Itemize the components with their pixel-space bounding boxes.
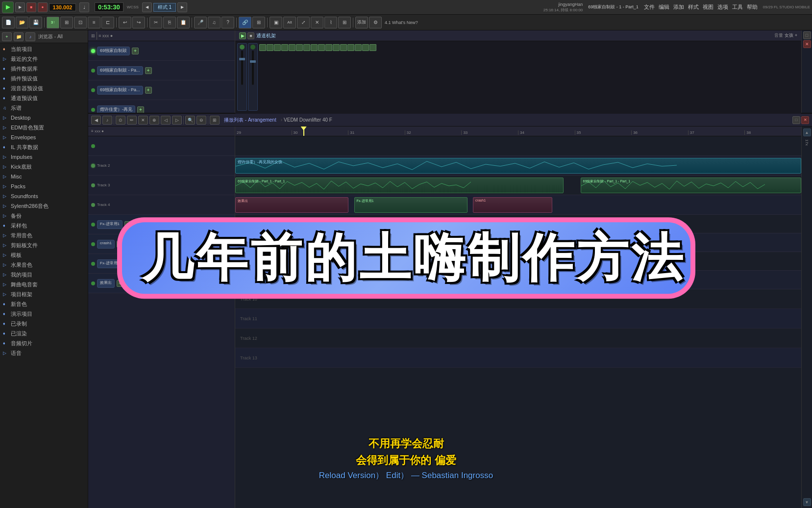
sidebar-item-common-colors[interactable]: ▷ 常用音色 <box>0 230 88 240</box>
browser-btn[interactable]: ⊏ <box>101 17 114 28</box>
x-btn[interactable]: ✕ <box>311 17 323 28</box>
arr-zoom-in-btn[interactable]: 🔍 <box>185 116 195 125</box>
arr-play-btn[interactable]: ♪ <box>102 116 112 125</box>
sidebar-item-recent-files[interactable]: ▷ 最近的文件 <box>0 54 88 64</box>
fl-logo[interactable]: ▶ <box>2 1 14 13</box>
alt-btn[interactable]: Alt <box>283 17 296 28</box>
arr-snap-btn[interactable]: ⊞ <box>210 116 220 125</box>
track-name-crash[interactable]: crash1 <box>97 240 115 249</box>
track-add-yanxu[interactable]: + <box>137 106 144 113</box>
ch-btn-1[interactable] <box>259 44 266 51</box>
sidebar-item-packs[interactable]: ▷ Packs <box>0 181 88 191</box>
arr-tool5-btn[interactable]: ◁ <box>161 116 171 125</box>
plugin-stop-btn[interactable]: ■ <box>247 32 254 39</box>
track-name-69drum-pa1[interactable]: 69独家自制鼓 - Pa... <box>97 66 143 75</box>
sidebar-sound-btn[interactable]: ♪ <box>25 32 35 41</box>
arr-tool2-btn[interactable]: ✏ <box>127 116 137 125</box>
ch-btn-11[interactable] <box>333 44 340 51</box>
menu-view[interactable]: 视图 <box>703 3 714 11</box>
new-btn[interactable]: 📄 <box>2 17 15 28</box>
track-name-69drum[interactable]: 69独家自制鼓 <box>97 47 130 55</box>
track-clip-effect1[interactable]: 效果出 <box>235 197 348 213</box>
sidebar-item-songs[interactable]: ♫ 乐谱 <box>0 103 88 113</box>
plugin-play-btn[interactable]: ▶ <box>239 32 246 39</box>
sidebar-item-recorded[interactable]: ♦ 已录制 <box>0 319 88 329</box>
arr-zoom-out-btn[interactable]: ⊖ <box>197 116 206 125</box>
ch-btn-12[interactable] <box>340 44 347 51</box>
sidebar-item-rendered[interactable]: ♦ 已渲染 <box>0 329 88 338</box>
link-btn[interactable]: 🔗 <box>239 17 251 28</box>
ch-btn-9[interactable] <box>318 44 325 51</box>
options-btn-tb[interactable]: ⚙ <box>369 17 382 28</box>
menu-help[interactable]: 帮助 <box>747 3 758 11</box>
arr-back-btn[interactable]: ◀ <box>91 116 101 125</box>
track-clip-vocal[interactable]: 熠许佳雯）-再见我的女孩 <box>235 158 801 174</box>
ch-btn-10[interactable] <box>325 44 332 51</box>
metronome-btn[interactable]: ♩ <box>79 2 89 12</box>
sidebar-item-mixer-presets[interactable]: ♦ 混音器预设值 <box>0 83 88 93</box>
sidebar-item-plugin-presets[interactable]: ♦ 插件预设值 <box>0 74 88 83</box>
ch-btn-13[interactable] <box>347 44 354 51</box>
track-name-yanxu[interactable]: 熠许佳雯）-再见 <box>97 105 135 113</box>
panel-close-btn[interactable]: ✕ <box>803 40 811 48</box>
undo-btn[interactable]: ↩ <box>119 17 131 28</box>
record-btn[interactable]: ● <box>38 2 48 12</box>
menu-add[interactable]: 添加 <box>673 3 684 11</box>
track-row-2[interactable]: 熠许佳雯）-再见我的女孩 <box>235 156 801 176</box>
sidebar-item-envelopes[interactable]: ▷ Envelopes <box>0 132 88 142</box>
track-clip-crash1[interactable]: crash1 <box>473 197 552 213</box>
track-clip-drum1[interactable]: 69独家自制鼓 - Part_1 - Part_1 <box>235 178 564 193</box>
sidebar-item-clipboard[interactable]: ▷ 剪贴板文件 <box>0 240 88 250</box>
ch-btn-4[interactable] <box>281 44 288 51</box>
piano-roll-btn[interactable]: ⊡ <box>74 17 87 28</box>
sidebar-item-voice[interactable]: ▷ 语音 <box>0 348 88 358</box>
sidebar-item-kick[interactable]: ▷ Kick底鼓 <box>0 162 88 172</box>
next-pattern-btn[interactable]: ▶ <box>177 2 187 12</box>
arr-tool4-btn[interactable]: ⊕ <box>149 116 159 125</box>
envelope-btn[interactable]: ⌇ <box>324 17 337 28</box>
save-btn[interactable]: 💾 <box>29 17 42 28</box>
menu-style[interactable]: 样式 <box>688 3 699 11</box>
track-add-69drum-pa1[interactable]: + <box>145 67 152 74</box>
fader-knob-2[interactable] <box>250 60 256 63</box>
arr-tool1-btn[interactable]: ⊙ <box>116 116 125 125</box>
sidebar-item-backup[interactable]: ▷ 备份 <box>0 211 88 221</box>
channel-rack-btn[interactable]: 3↑ <box>47 17 59 28</box>
copy-btn[interactable]: ⎘ <box>163 17 176 28</box>
play-btn[interactable]: ▶ <box>15 2 25 12</box>
sidebar-item-channel-presets[interactable]: ♦ 通道预设值 <box>0 93 88 103</box>
mixer-btn-tb[interactable]: ⊞ <box>60 17 73 28</box>
snap-btn[interactable]: ⊞ <box>252 17 265 28</box>
midi-btn[interactable]: ♫ <box>208 17 221 28</box>
sidebar-item-project-frames[interactable]: ▷ 项目框架 <box>0 289 88 299</box>
sidebar-item-edm[interactable]: ▷ EDM音色预置 <box>0 123 88 132</box>
sidebar-item-demo-projects[interactable]: ♦ 演示项目 <box>0 309 88 319</box>
sidebar-item-new-colors[interactable]: ♦ 新音色 <box>0 299 88 309</box>
ch-btn-15[interactable] <box>362 44 369 51</box>
sidebar-item-water-colors[interactable]: ▷ 水果音色 <box>0 260 88 270</box>
ch-btn-16[interactable] <box>369 44 376 51</box>
sidebar-item-templates[interactable]: ▷ 模板 <box>0 250 88 260</box>
sidebar-item-samples[interactable]: ♦ 采样包 <box>0 221 88 230</box>
sidebar-item-my-projects[interactable]: ▷ 我的项目 <box>0 270 88 279</box>
menu-edit[interactable]: 编辑 <box>659 3 669 11</box>
add-btn[interactable]: 添加 <box>355 17 368 28</box>
arr-tool3-btn[interactable]: ✕ <box>138 116 148 125</box>
ch-btn-6[interactable] <box>296 44 303 51</box>
arr-maximize-btn[interactable]: □ <box>792 116 800 124</box>
ch-btn-8[interactable] <box>311 44 318 51</box>
track-clip-drum2[interactable]: 69独家自制鼓 - Part_1 - Part_1 <box>581 178 801 193</box>
track-add-69drum-pa2[interactable]: + <box>145 87 152 94</box>
sidebar-item-plugin-db[interactable]: ♦ 插件数据库 <box>0 64 88 74</box>
fader-knob-1[interactable] <box>239 58 245 60</box>
prev-pattern-btn[interactable]: ◀ <box>142 2 152 12</box>
sidebar-item-soundfonts[interactable]: ▷ Soundfonts <box>0 191 88 201</box>
move-btn[interactable]: ⤢ <box>297 17 310 28</box>
pad-btn[interactable]: ⊞ <box>338 17 351 28</box>
bpm-display[interactable]: 130.002 <box>49 3 76 11</box>
ch-btn-2[interactable] <box>267 44 273 51</box>
paste-btn[interactable]: 📋 <box>177 17 190 28</box>
cut-btn[interactable]: ✂ <box>149 17 162 28</box>
track-row-4[interactable]: 效果出 Fx-进常用1 crash1 <box>235 195 801 215</box>
sidebar-item-il-shared[interactable]: ♦ IL 共享数据 <box>0 142 88 152</box>
